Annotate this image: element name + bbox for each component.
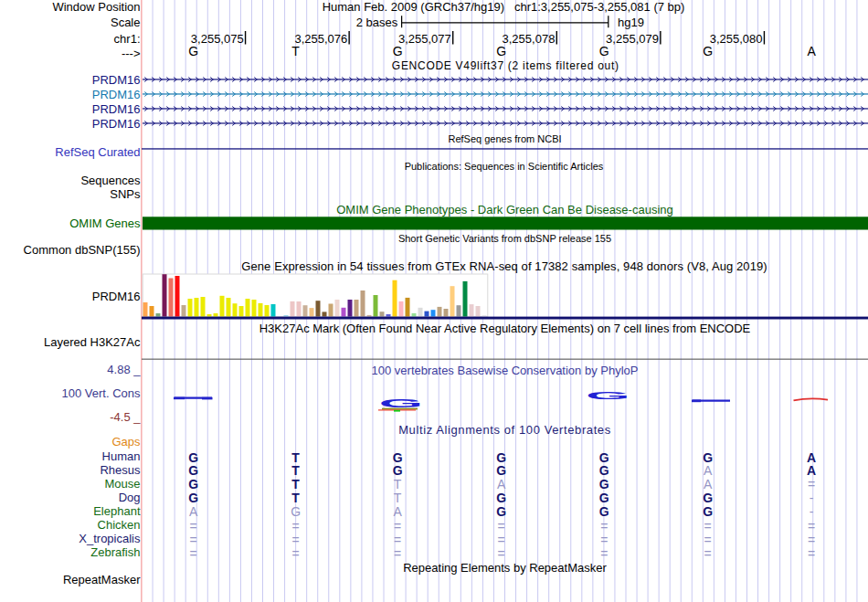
- svg-text:G: G: [586, 390, 630, 401]
